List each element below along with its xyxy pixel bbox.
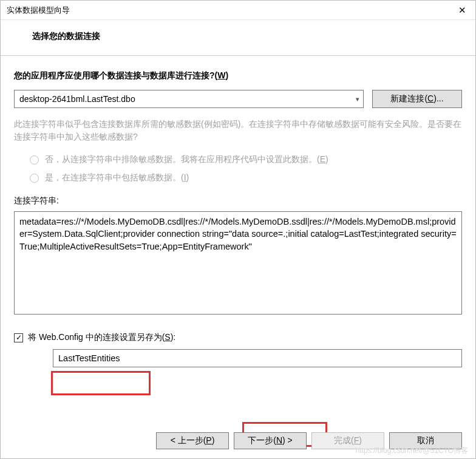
connection-string-label: 连接字符串:	[14, 195, 462, 206]
wizard-footer: < 上一步(P) 下一步(N) > 完成(F) 取消	[1, 423, 475, 458]
save-config-label: 将 Web.Config 中的连接设置另存为(S):	[28, 332, 175, 343]
next-button[interactable]: 下一步(N) >	[234, 432, 307, 449]
connection-selected-value: desktop-2641bml.LastTest.dbo	[19, 94, 135, 104]
close-button[interactable]: ✕	[449, 1, 475, 20]
new-connection-button[interactable]: 新建连接(C)...	[372, 90, 462, 108]
previous-button[interactable]: < 上一步(P)	[156, 432, 229, 449]
config-name-wrap	[14, 349, 462, 367]
titlebar: 实体数据模型向导 ✕	[1, 1, 475, 20]
radio-icon	[30, 155, 39, 165]
radio-exclude-sensitive: 否，从连接字符串中排除敏感数据。我将在应用程序代码中设置此数据。(E)	[14, 151, 462, 169]
wizard-header: 选择您的数据连接	[1, 20, 475, 56]
chevron-down-icon: ▾	[356, 95, 359, 103]
finish-button: 完成(F)	[311, 432, 384, 449]
connection-string-textarea[interactable]	[14, 211, 462, 314]
save-config-row: ✓ 将 Web.Config 中的连接设置另存为(S):	[14, 332, 462, 343]
config-name-input[interactable]	[53, 349, 462, 367]
sensitive-data-info: 此连接字符串似乎包含连接数据库所需的敏感数据(例如密码)。在连接字符串中存储敏感…	[14, 118, 462, 143]
titlebar-title: 实体数据模型向导	[7, 5, 70, 16]
wizard-body: 您的应用程序应使用哪个数据连接与数据库进行连接?(W) desktop-2641…	[1, 56, 475, 367]
annotation-highlight	[51, 371, 151, 395]
connection-row: desktop-2641bml.LastTest.dbo ▾ 新建连接(C)..…	[14, 90, 462, 108]
cancel-button[interactable]: 取消	[389, 432, 462, 449]
radio-icon	[30, 174, 39, 183]
save-config-checkbox[interactable]: ✓	[14, 333, 23, 342]
wizard-header-title: 选择您的数据连接	[32, 31, 100, 42]
connection-select[interactable]: desktop-2641bml.LastTest.dbo ▾	[14, 90, 364, 108]
radio-include-sensitive: 是，在连接字符串中包括敏感数据。(I)	[14, 169, 462, 187]
close-icon: ✕	[458, 5, 466, 16]
connection-question-label: 您的应用程序应使用哪个数据连接与数据库进行连接?(W)	[14, 70, 462, 81]
